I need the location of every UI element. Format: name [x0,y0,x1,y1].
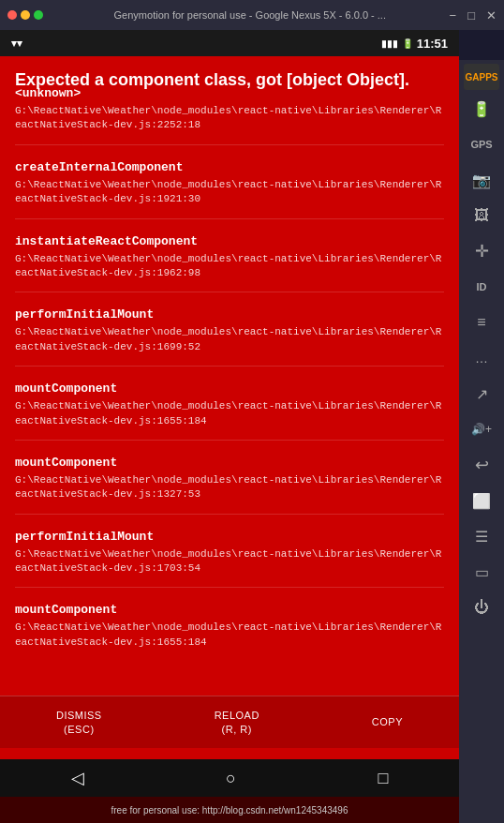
stack-item-0: <unknown>G:\ReactNative\Weather\node_mod… [15,86,444,145]
close-button[interactable]: ✕ [486,8,497,22]
func-name-2: instantiateReactComponent [15,234,444,248]
right-sidebar: GAPPS 🔋 GPS 📷 🖼 ✛ ID ≡ … ↗ 🔊+ ↩ ⬜ ☰ ▭ ⏻ [459,60,504,823]
device-screen: ▾▾ ▮▮▮ 🔋 11:51 Expected a component clas… [0,30,459,823]
status-right: ▮▮▮ 🔋 11:51 [381,37,448,51]
id-sidebar-icon[interactable]: ID [465,270,498,304]
back-sidebar-icon[interactable]: ↩ [465,448,498,482]
stack-item-1: createInternalComponentG:\ReactNative\We… [15,160,444,219]
share-sidebar-icon[interactable]: ↗ [465,377,498,411]
file-path-4: G:\ReactNative\Weather\node_modules\reac… [15,399,444,428]
chat-sidebar-icon[interactable]: … [465,341,498,375]
status-left: ▾▾ [11,37,22,50]
watermark-text: free for personal use: http://blog.csdn.… [111,805,348,816]
maximize-dot[interactable] [34,10,43,20]
dismiss-label: DISMISS [56,709,102,722]
func-name-1: createInternalComponent [15,160,444,174]
signal-icon: ▮▮▮ [381,38,398,49]
stack-item-7: mountComponentG:\ReactNative\Weather\nod… [15,603,444,661]
stack-item-2: instantiateReactComponentG:\ReactNative\… [15,234,444,293]
window-controls [7,10,43,20]
dismiss-sub: (ESC) [56,723,102,736]
stack-item-5: mountComponentG:\ReactNative\Weather\nod… [15,456,444,515]
watermark: free for personal use: http://blog.csdn.… [0,797,459,823]
stack-item-3: performInitialMountG:\ReactNative\Weathe… [15,307,444,367]
gapps-icon[interactable]: GAPPS [464,64,499,90]
reload-label: RELOAD [215,709,259,722]
file-path-5: G:\ReactNative\Weather\node_modules\reac… [15,473,444,502]
bottom-buttons: DISMISS (ESC) RELOAD (R, R) COPY [0,696,459,748]
nav-home-button[interactable]: ○ [226,769,236,788]
app-window: Genymotion for personal use - Google Nex… [0,0,504,823]
close-dot[interactable] [7,10,17,20]
nav-back-button[interactable]: ◁ [71,768,84,788]
battery-sidebar-icon[interactable]: 🔋 [465,92,498,126]
stack-trace: <unknown>G:\ReactNative\Weather\node_mod… [0,86,459,771]
reload-sub: (R, R) [215,723,259,736]
func-name-7: mountComponent [15,603,444,617]
move-sidebar-icon[interactable]: ✛ [465,234,498,268]
status-bar: ▾▾ ▮▮▮ 🔋 11:51 [0,30,459,56]
file-path-3: G:\ReactNative\Weather\node_modules\reac… [15,325,444,354]
func-name-5: mountComponent [15,456,444,470]
volume-sidebar-icon[interactable]: 🔊+ [465,412,498,446]
dismiss-button[interactable]: DISMISS (ESC) [45,701,113,743]
app-sidebar-icon[interactable]: ⬜ [465,484,498,517]
file-path-6: G:\ReactNative\Weather\node_modules\reac… [15,547,444,576]
nav-recent-button[interactable]: □ [378,769,388,788]
minimize-button[interactable]: − [450,8,457,22]
wifi-icon: ▾▾ [11,37,22,50]
stack-item-4: mountComponentG:\ReactNative\Weather\nod… [15,382,444,441]
android-nav: ◁ ○ □ [0,759,459,797]
maximize-button[interactable]: □ [467,8,475,22]
feed-sidebar-icon[interactable]: ≡ [465,306,498,339]
file-path-2: G:\ReactNative\Weather\node_modules\reac… [15,252,444,281]
time-label: 11:51 [417,37,448,51]
stack-item-6: performInitialMountG:\ReactNative\Weathe… [15,530,444,589]
reload-button[interactable]: RELOAD (R, R) [203,701,271,743]
func-name-0: <unknown> [15,86,444,100]
menu-sidebar-icon[interactable]: ☰ [465,519,498,553]
battery-text: 🔋 [402,38,413,49]
minimize-dot[interactable] [21,10,30,20]
file-path-7: G:\ReactNative\Weather\node_modules\reac… [15,621,444,650]
power-sidebar-icon[interactable]: ⏻ [465,591,498,624]
gps-sidebar-icon[interactable]: GPS [465,127,498,161]
title-bar: Genymotion for personal use - Google Nex… [0,0,504,30]
file-path-1: G:\ReactNative\Weather\node_modules\reac… [15,178,444,207]
window-title: Genymotion for personal use - Google Nex… [51,9,450,21]
copy-button[interactable]: COPY [361,708,414,736]
func-name-6: performInitialMount [15,530,444,544]
title-controls: − □ ✕ [450,8,497,22]
file-path-0: G:\ReactNative\Weather\node_modules\reac… [15,104,444,133]
func-name-4: mountComponent [15,382,444,396]
camera-sidebar-icon[interactable]: 📷 [465,163,498,197]
screenshot-sidebar-icon[interactable]: 🖼 [465,199,498,232]
func-name-3: performInitialMount [15,307,444,322]
screen-sidebar-icon[interactable]: ▭ [465,555,498,589]
copy-label: COPY [372,715,403,728]
